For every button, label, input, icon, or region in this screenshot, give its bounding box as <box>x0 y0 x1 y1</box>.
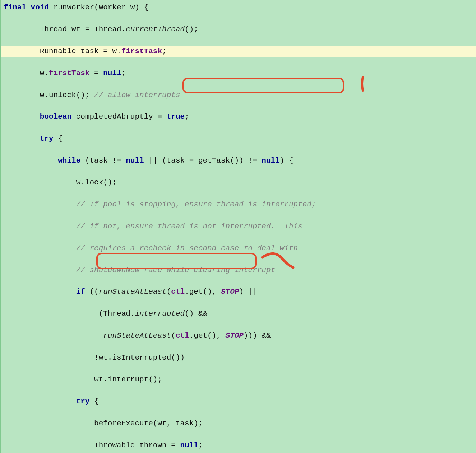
code-line: w.unlock(); // allow interrupts <box>4 90 476 101</box>
code-line: // shutdownNow race while clearing inter… <box>4 265 476 276</box>
code-line: w.firstTask = null; <box>4 68 476 79</box>
code-line: wt.interrupt(); <box>4 374 476 385</box>
code-line-highlighted: Runnable task = w.firstTask; <box>4 46 476 57</box>
code-line: try { <box>4 133 476 144</box>
gutter-bar <box>0 0 1 453</box>
code-line: try { <box>4 396 476 407</box>
code-line: while (task != null || (task = getTask()… <box>4 155 476 166</box>
code-line: // If pool is stopping, ensure thread is… <box>4 199 476 210</box>
code-line: Thread wt = Thread.currentThread(); <box>4 24 476 35</box>
code-line: // requires a recheck in second case to … <box>4 243 476 254</box>
code-line: boolean completedAbruptly = true; <box>4 111 476 122</box>
code-line: Throwable thrown = null; <box>4 440 476 451</box>
code-block: final void runWorker(Worker w) { Thread … <box>0 0 476 453</box>
code-line: final void runWorker(Worker w) { <box>4 2 476 13</box>
source-code: final void runWorker(Worker w) { Thread … <box>4 2 476 453</box>
code-line: // if not, ensure thread is not interrup… <box>4 221 476 232</box>
code-line: w.lock(); <box>4 177 476 188</box>
code-line: !wt.isInterrupted()) <box>4 352 476 363</box>
code-line: if ((runStateAtLeast(ctl.get(), STOP) || <box>4 287 476 297</box>
code-line: (Thread.interrupted() && <box>4 308 476 319</box>
code-line: runStateAtLeast(ctl.get(), STOP))) && <box>4 330 476 341</box>
code-line: beforeExecute(wt, task); <box>4 418 476 429</box>
